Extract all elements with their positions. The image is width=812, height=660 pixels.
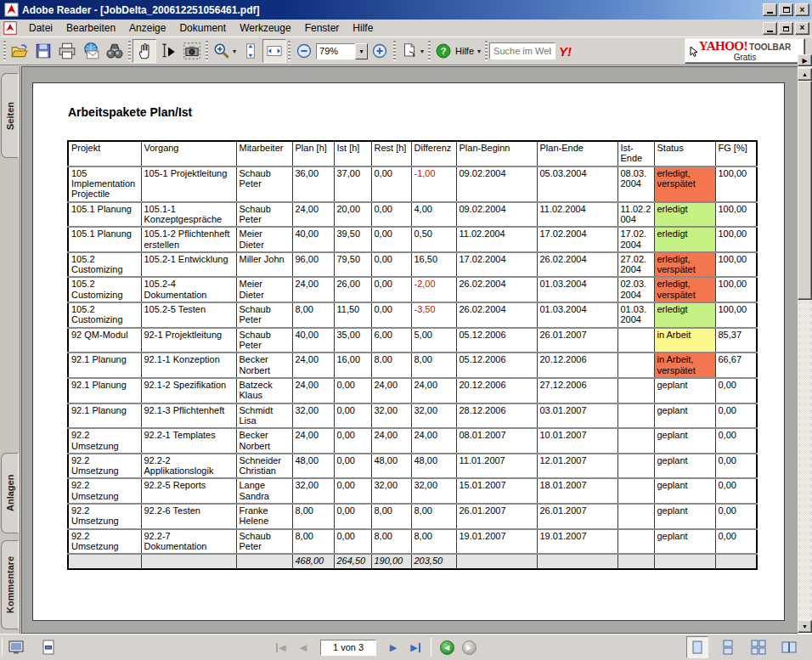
select-text-button[interactable] xyxy=(156,39,180,63)
toolbar-grip[interactable] xyxy=(485,41,488,61)
previous-view-button[interactable]: ◀ xyxy=(437,637,457,657)
yahoo-toolbar-button[interactable]: YAHOO! TOOLBAR Gratis xyxy=(685,38,805,64)
yahoo-y-icon[interactable]: Y! xyxy=(559,44,572,59)
cell-ist: 26,00 xyxy=(334,277,371,302)
total-plan_beginn xyxy=(456,554,537,568)
cell-plan_beginn: 15.01.2007 xyxy=(456,478,537,504)
cell-ist: 35,00 xyxy=(334,328,371,353)
cell-ist_ende xyxy=(617,454,654,479)
cell-status: erledigt xyxy=(654,227,715,252)
scrollbar-thumb[interactable] xyxy=(798,81,812,300)
cell-status: geplant xyxy=(654,454,715,479)
menu-item-fenster[interactable]: Fenster xyxy=(298,20,347,36)
first-page-button[interactable]: ◀ xyxy=(271,637,291,657)
continuous-layout-button[interactable] xyxy=(717,636,739,658)
pdf-document-icon xyxy=(3,21,17,35)
zoom-level-input[interactable] xyxy=(316,43,355,59)
fit-width-button[interactable] xyxy=(262,39,286,63)
email-button[interactable] xyxy=(79,39,103,63)
cell-plan: 32,00 xyxy=(292,403,334,429)
cell-plan_ende: 19.01.2007 xyxy=(537,529,617,555)
menu-item-datei[interactable]: Datei xyxy=(22,20,59,36)
zoom-in-tool-button[interactable]: ▾ xyxy=(210,39,239,63)
menu-item-werkzeuge[interactable]: Werkzeuge xyxy=(233,20,297,36)
cell-rest: 0,00 xyxy=(371,202,411,228)
menu-item-bearbeiten[interactable]: Bearbeiten xyxy=(59,20,122,36)
help-label: Hilfe xyxy=(455,46,474,56)
pdf-page: Arbeitspakete Plan/Ist ProjektVorgangMit… xyxy=(32,82,785,621)
last-page-button[interactable]: ▶ xyxy=(405,637,426,657)
menu-item-dokument[interactable]: Dokument xyxy=(172,20,233,36)
zoom-in-button[interactable] xyxy=(368,39,392,63)
page-display-button[interactable]: ▾ xyxy=(398,39,426,63)
single-page-layout-button[interactable] xyxy=(686,636,708,658)
open-folder-icon xyxy=(10,42,29,60)
page-indicator-input[interactable] xyxy=(320,640,376,656)
cell-differenz: 8,00 xyxy=(411,353,456,378)
tab-anlagen[interactable]: Anlagen xyxy=(1,453,19,533)
search-button[interactable] xyxy=(103,39,127,63)
tab-seiten[interactable]: Seiten xyxy=(1,73,19,158)
save-button[interactable] xyxy=(31,39,55,63)
cell-plan_ende: 03.01.2007 xyxy=(537,403,617,429)
cell-fg: 100,00 xyxy=(715,227,757,252)
menu-item-hilfe[interactable]: Hilfe xyxy=(346,20,380,36)
minimize-button[interactable] xyxy=(763,3,777,16)
cell-ist_ende xyxy=(617,428,654,454)
cell-plan_beginn: 11.01.2007 xyxy=(456,454,537,479)
hand-tool-button[interactable] xyxy=(133,39,156,63)
toolbar-grip[interactable] xyxy=(206,41,208,61)
zoom-level-dropdown[interactable]: ▾ xyxy=(355,43,368,59)
close-button[interactable]: × xyxy=(795,3,809,16)
table-row: 92.2 Umsetzung92.2-6 TestenFranke Helene… xyxy=(68,504,757,529)
document-minimize-button[interactable] xyxy=(763,22,777,35)
print-button[interactable] xyxy=(55,39,79,63)
column-header-mitarbeiter: Mitarbeiter xyxy=(236,141,292,166)
toolbar-grip[interactable] xyxy=(428,41,431,61)
toolbar-grip[interactable] xyxy=(3,41,6,61)
help-question-icon: ? xyxy=(435,42,452,59)
cell-mitarbeiter: Schaub Peter xyxy=(236,328,292,353)
toolbar-grip[interactable] xyxy=(288,41,290,61)
cell-rest: 24,00 xyxy=(371,378,411,403)
scrollbar-track[interactable] xyxy=(798,300,812,620)
web-search-input[interactable] xyxy=(489,42,555,59)
next-page-button[interactable]: ▶ xyxy=(383,637,403,657)
continuous-facing-layout-button[interactable] xyxy=(747,636,770,658)
cell-mitarbeiter: Meier Dieter xyxy=(236,277,292,302)
snapshot-button[interactable] xyxy=(180,39,204,63)
show-size-button[interactable] xyxy=(6,637,26,657)
page-display-dropdown-icon[interactable]: ▾ xyxy=(420,48,424,55)
facing-layout-button[interactable] xyxy=(778,636,800,658)
cell-ist_ende: 01.03.2004 xyxy=(617,302,654,328)
zoom-out-button[interactable] xyxy=(292,39,316,63)
next-view-button[interactable]: ▶ xyxy=(459,637,479,657)
fit-page-button[interactable] xyxy=(239,39,262,63)
cell-status: geplant xyxy=(654,378,715,403)
vertical-scrollbar[interactable]: ▶ ▲ ▼ xyxy=(798,66,812,634)
hide-toolbars-button[interactable] xyxy=(38,637,59,657)
cell-mitarbeiter: Schneider Christian xyxy=(236,454,292,479)
cell-vorgang: 105.1-2 Pflichtenheft erstellen xyxy=(141,227,236,252)
toolbar: ▾ ▾ xyxy=(0,37,812,65)
help-button[interactable]: ? Hilfe ▾ xyxy=(432,39,483,63)
zoom-tool-dropdown-icon[interactable]: ▾ xyxy=(233,48,236,55)
toolbar-grip[interactable] xyxy=(393,41,396,61)
cell-rest: 0,00 xyxy=(371,302,411,328)
document-viewport[interactable]: Arbeitspakete Plan/Ist ProjektVorgangMit… xyxy=(21,66,798,634)
scroll-up-button[interactable]: ▲ xyxy=(798,68,812,81)
help-dropdown-icon[interactable]: ▾ xyxy=(477,48,481,55)
tab-kommentare[interactable]: Kommentare xyxy=(1,540,19,629)
email-globe-icon xyxy=(82,42,100,60)
cell-plan: 8,00 xyxy=(292,302,334,328)
document-restore-button[interactable] xyxy=(779,22,793,35)
maximize-button[interactable] xyxy=(779,3,793,16)
toolbar-grip[interactable] xyxy=(128,41,131,61)
open-file-button[interactable] xyxy=(8,39,31,63)
document-close-button[interactable]: × xyxy=(795,22,809,35)
title-bar[interactable]: Adobe Reader - [JobDelta_200612251056461… xyxy=(0,0,812,20)
toolbar-expand-icon[interactable]: ▶ xyxy=(798,54,812,66)
menu-item-anzeige[interactable]: Anzeige xyxy=(122,20,172,36)
previous-page-button[interactable]: ◀ xyxy=(293,637,313,657)
scroll-down-button[interactable]: ▼ xyxy=(798,620,812,633)
